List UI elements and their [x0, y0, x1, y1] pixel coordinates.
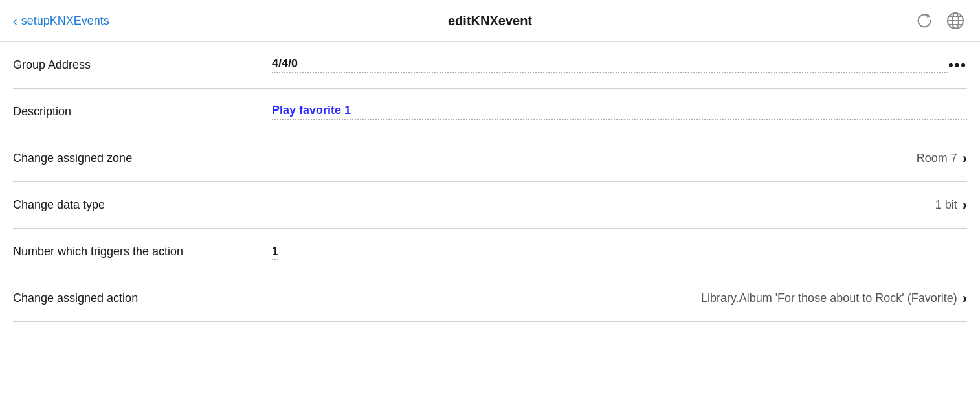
- trigger-number-value[interactable]: 1: [272, 245, 967, 259]
- globe-button[interactable]: [944, 9, 967, 32]
- dots-menu[interactable]: •••: [948, 57, 967, 74]
- back-button[interactable]: ‹ setupKNXEvents: [13, 14, 109, 29]
- group-address-right: •••: [948, 57, 967, 74]
- chevron-right-icon-3: ›: [963, 290, 967, 307]
- change-zone-right: Room 7 ›: [917, 150, 967, 167]
- content: Group Address 4/4/0 ••• Description Chan…: [0, 42, 980, 322]
- change-data-type-right: 1 bit ›: [935, 197, 967, 214]
- trigger-number-row: Number which triggers the action 1: [13, 229, 967, 275]
- change-action-value: Library.Album 'For those about to Rock' …: [701, 292, 957, 305]
- change-data-type-row[interactable]: Change data type 1 bit ›: [13, 182, 967, 229]
- change-zone-row[interactable]: Change assigned zone Room 7 ›: [13, 135, 967, 182]
- refresh-button[interactable]: [913, 9, 936, 32]
- change-action-right: Library.Album 'For those about to Rock' …: [701, 290, 967, 307]
- group-address-label: Group Address: [13, 58, 272, 72]
- chevron-right-icon: ›: [963, 150, 967, 167]
- chevron-right-icon-2: ›: [963, 197, 967, 214]
- description-row: Description: [13, 89, 967, 135]
- description-input[interactable]: [272, 104, 967, 120]
- group-address-value[interactable]: 4/4/0: [272, 57, 948, 73]
- trigger-number-label: Number which triggers the action: [13, 245, 272, 259]
- chevron-left-icon: ‹: [13, 14, 17, 29]
- change-action-label: Change assigned action: [13, 292, 272, 305]
- trigger-number-display[interactable]: 1: [272, 245, 278, 260]
- description-label: Description: [13, 105, 272, 119]
- change-action-row[interactable]: Change assigned action Library.Album 'Fo…: [13, 275, 967, 322]
- description-value[interactable]: [272, 104, 967, 120]
- header: ‹ setupKNXEvents editKNXevent: [0, 0, 980, 42]
- page-title: editKNXevent: [448, 14, 532, 29]
- back-label: setupKNXEvents: [21, 14, 109, 28]
- header-icons: [913, 9, 967, 32]
- group-address-row: Group Address 4/4/0 •••: [13, 42, 967, 89]
- change-zone-label: Change assigned zone: [13, 152, 272, 165]
- change-zone-value: Room 7: [917, 152, 957, 165]
- change-data-type-value: 1 bit: [935, 198, 957, 212]
- change-data-type-label: Change data type: [13, 198, 272, 212]
